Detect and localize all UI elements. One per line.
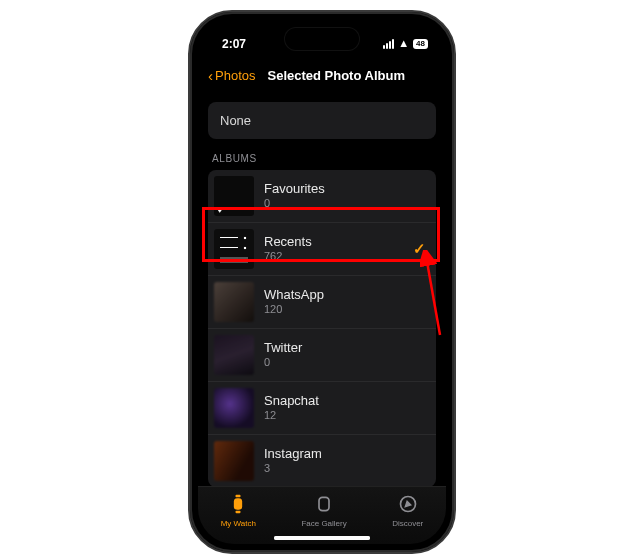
svg-rect-2 xyxy=(236,510,241,513)
home-indicator xyxy=(274,536,370,540)
album-name: WhatsApp xyxy=(264,287,324,303)
battery-icon: 48 xyxy=(413,39,428,49)
tab-label: My Watch xyxy=(221,519,256,528)
album-row[interactable]: WhatsApp120 xyxy=(208,275,436,328)
album-thumbnail xyxy=(214,229,254,269)
option-none[interactable]: None xyxy=(208,102,436,139)
album-row[interactable]: Favourites0 xyxy=(208,170,436,222)
album-name: Favourites xyxy=(264,181,325,197)
album-count: 762 xyxy=(264,250,312,264)
album-list: Favourites0Recents762✓WhatsApp120Twitter… xyxy=(208,170,436,486)
tab-my-watch[interactable]: My Watch xyxy=(221,494,256,528)
album-text: Twitter0 xyxy=(264,340,302,370)
album-text: Snapchat12 xyxy=(264,393,319,423)
album-thumbnail xyxy=(214,176,254,216)
compass-icon xyxy=(398,494,418,516)
album-name: Instagram xyxy=(264,446,322,462)
face-icon xyxy=(314,494,334,516)
back-label: Photos xyxy=(215,68,255,83)
back-button[interactable]: ‹ Photos xyxy=(208,68,255,83)
album-row[interactable]: Twitter0 xyxy=(208,328,436,381)
svg-rect-3 xyxy=(319,497,329,510)
tab-discover[interactable]: Discover xyxy=(392,494,423,528)
tab-label: Face Gallery xyxy=(301,519,346,528)
tab-label: Discover xyxy=(392,519,423,528)
album-thumbnail xyxy=(214,441,254,481)
album-count: 0 xyxy=(264,197,325,211)
status-time: 2:07 xyxy=(222,37,246,51)
screen: 2:07 ▲ 48 ‹ Photos Selected Photo Album xyxy=(198,20,446,544)
album-count: 12 xyxy=(264,409,319,423)
iphone-frame: 2:07 ▲ 48 ‹ Photos Selected Photo Album xyxy=(188,10,456,554)
svg-rect-1 xyxy=(236,494,241,497)
album-row[interactable]: Instagram3 xyxy=(208,434,436,486)
album-thumbnail xyxy=(214,388,254,428)
nav-bar: ‹ Photos Selected Photo Album xyxy=(198,58,446,91)
album-thumbnail xyxy=(214,282,254,322)
album-name: Snapchat xyxy=(264,393,319,409)
album-name: Twitter xyxy=(264,340,302,356)
album-thumbnail xyxy=(214,335,254,375)
album-name: Recents xyxy=(264,234,312,250)
album-count: 0 xyxy=(264,356,302,370)
chevron-left-icon: ‹ xyxy=(208,68,213,83)
section-header: ALBUMS xyxy=(212,153,436,164)
album-text: WhatsApp120 xyxy=(264,287,324,317)
canvas: 2:07 ▲ 48 ‹ Photos Selected Photo Album xyxy=(0,0,640,560)
tab-face-gallery[interactable]: Face Gallery xyxy=(301,494,346,528)
album-count: 3 xyxy=(264,462,322,476)
album-text: Instagram3 xyxy=(264,446,322,476)
album-text: Favourites0 xyxy=(264,181,325,211)
option-none-label: None xyxy=(220,113,251,128)
wifi-icon: ▲ xyxy=(398,37,409,49)
checkmark-icon: ✓ xyxy=(413,240,426,258)
svg-rect-0 xyxy=(234,498,242,510)
watch-icon xyxy=(228,494,248,516)
scroll-area[interactable]: None ALBUMS Favourites0Recents762✓WhatsA… xyxy=(198,92,446,486)
page-title: Selected Photo Album xyxy=(267,68,404,83)
dynamic-island xyxy=(285,28,359,50)
album-text: Recents762 xyxy=(264,234,312,264)
signal-icon xyxy=(383,39,394,49)
album-row[interactable]: Recents762✓ xyxy=(208,222,436,275)
album-count: 120 xyxy=(264,303,324,317)
album-row[interactable]: Snapchat12 xyxy=(208,381,436,434)
